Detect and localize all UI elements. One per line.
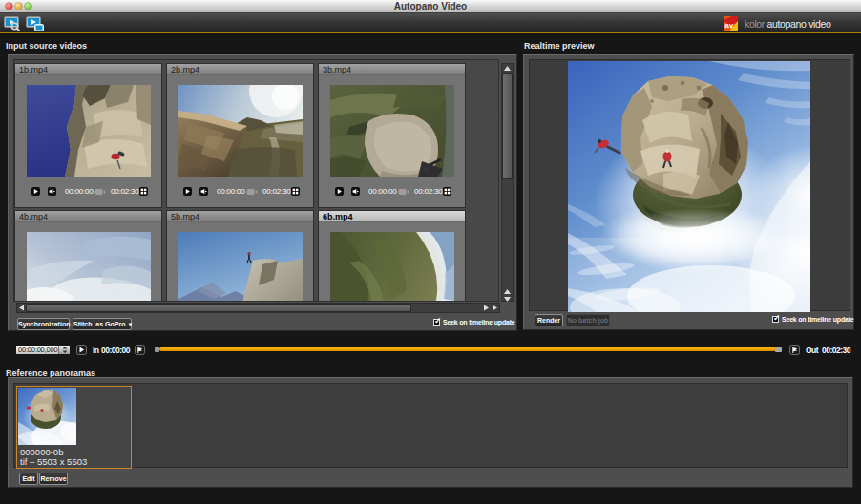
svg-text:av: av [724,21,733,30]
